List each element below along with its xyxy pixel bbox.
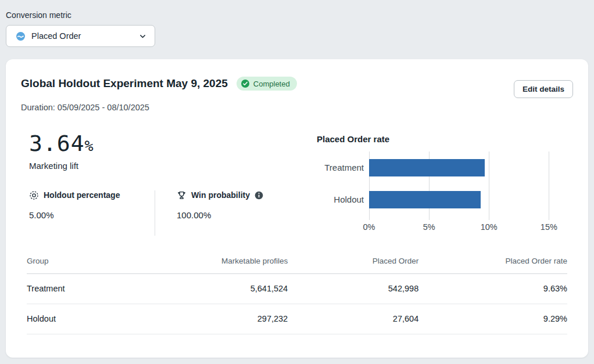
chart-x-axis: 0% 5% 10% 15% <box>369 222 561 235</box>
marketing-lift-value: 3.64% <box>29 132 291 156</box>
marketing-lift-label: Marketing lift <box>29 161 291 171</box>
page: Conversion metric Placed Order Global Ho… <box>0 0 594 358</box>
holdout-percentage-value: 5.00% <box>29 210 155 220</box>
table-header-row: Group Marketable profiles Placed Order P… <box>27 257 567 274</box>
status-badge: Completed <box>237 77 297 91</box>
conversion-metric-label: Conversion metric <box>6 10 594 20</box>
lift-stats-column: 3.64% Marketing lift Holdout percentage … <box>21 132 291 236</box>
table-header-placed-order: Placed Order <box>288 257 418 265</box>
chart-category-label: Holdout <box>317 183 369 215</box>
chart-title: Placed Order rate <box>317 134 561 144</box>
chart-x-tick: 10% <box>481 222 498 232</box>
cell-placed-order-rate: 9.29% <box>418 314 567 323</box>
conversion-metric-section: Conversion metric Placed Order <box>0 0 594 47</box>
summary-section: 3.64% Marketing lift Holdout percentage … <box>21 132 573 236</box>
results-table: Group Marketable profiles Placed Order P… <box>27 257 567 334</box>
chevron-down-icon <box>139 33 146 40</box>
cell-group: Treatment <box>27 284 156 293</box>
info-icon[interactable] <box>255 191 263 200</box>
status-badge-label: Completed <box>253 80 290 88</box>
cell-placed-order: 27,604 <box>288 314 418 323</box>
cell-marketable-profiles: 5,641,524 <box>156 284 288 293</box>
chart-plot-area <box>369 152 561 217</box>
experiment-card: Global Holdout Experiment May 9, 2025 Co… <box>6 59 588 358</box>
secondary-stats-row: Holdout percentage 5.00% Win probability <box>29 190 291 236</box>
chart-x-tick: 5% <box>423 222 435 232</box>
table-header-marketable-profiles: Marketable profiles <box>156 257 288 265</box>
chart-x-tick: 15% <box>541 222 557 232</box>
chart-bar-holdout <box>369 191 481 208</box>
holdout-percentage-icon <box>29 190 39 200</box>
chart-bar-treatment <box>369 159 485 176</box>
win-probability-stat: Win probability 100.00% <box>155 190 263 236</box>
cell-placed-order-rate: 9.63% <box>418 284 567 293</box>
conversion-metric-dropdown[interactable]: Placed Order <box>6 25 155 47</box>
table-header-group: Group <box>27 257 156 265</box>
holdout-percentage-label: Holdout percentage <box>44 190 120 200</box>
placed-order-rate-chart: Placed Order rate Treatment Holdout <box>317 134 561 236</box>
chart-category-label: Treatment <box>317 152 369 183</box>
trophy-icon <box>177 190 187 200</box>
edit-details-button[interactable]: Edit details <box>514 80 573 98</box>
table-header-placed-order-rate: Placed Order rate <box>418 257 567 265</box>
experiment-duration: Duration: 05/09/2025 - 08/10/2025 <box>21 103 573 112</box>
chart-category-axis: Treatment Holdout <box>317 152 369 217</box>
check-circle-icon <box>241 79 250 88</box>
placed-order-metric-icon <box>16 31 26 41</box>
cell-group: Holdout <box>27 314 156 323</box>
experiment-title: Global Holdout Experiment May 9, 2025 <box>21 77 228 90</box>
table-row: Holdout 297,232 27,604 9.29% <box>27 304 567 334</box>
win-probability-value: 100.00% <box>177 210 263 220</box>
win-probability-label: Win probability <box>191 190 250 200</box>
table-row: Treatment 5,641,524 542,998 9.63% <box>27 274 567 304</box>
card-header: Global Holdout Experiment May 9, 2025 Co… <box>21 77 573 98</box>
cell-marketable-profiles: 297,232 <box>156 314 288 323</box>
chart-x-tick: 0% <box>363 222 375 232</box>
cell-placed-order: 542,998 <box>288 284 418 293</box>
conversion-metric-value: Placed Order <box>31 31 133 41</box>
holdout-percentage-stat: Holdout percentage 5.00% <box>29 190 155 236</box>
